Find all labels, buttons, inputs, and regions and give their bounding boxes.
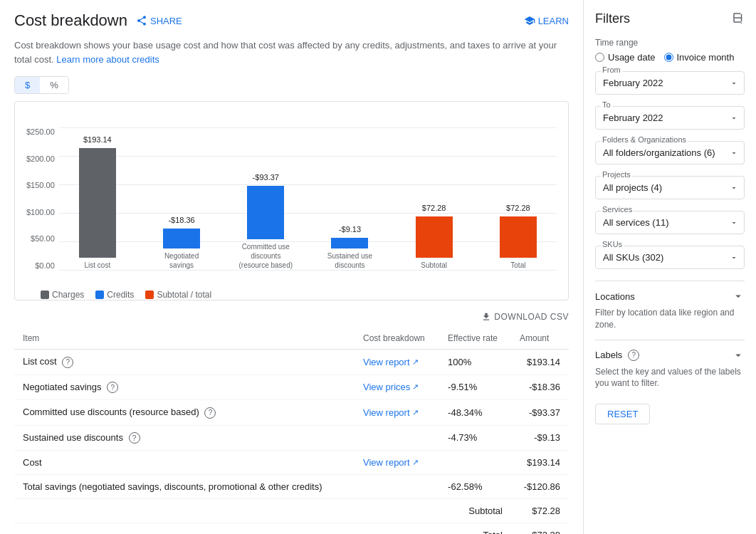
locations-header[interactable]: Locations xyxy=(595,290,745,303)
toggle-group: $ % xyxy=(14,76,69,94)
chevron-down-icon xyxy=(732,349,745,362)
table-row: List cost ? View report ↗ 100% $193.14 xyxy=(14,350,569,375)
cost-table: Item Cost breakdown Effective rate Amoun… xyxy=(14,328,569,534)
from-select[interactable]: February 2022 xyxy=(595,71,745,95)
bar-list-cost: $193.14 List cost xyxy=(59,148,136,270)
bar-committed: -$93.37 Committed use discounts (resourc… xyxy=(227,186,304,270)
external-link-icon: ↗ xyxy=(412,408,419,417)
view-report-link[interactable]: View report ↗ xyxy=(363,407,431,418)
collapse-sidebar-button[interactable] xyxy=(732,11,745,26)
filters-sidebar: Filters Time range Usage date Invoice mo… xyxy=(584,0,756,534)
labels-title-row: Labels ? xyxy=(595,350,639,361)
table-row: Cost View report ↗ $193.14 xyxy=(14,451,569,475)
share-button[interactable]: SHARE xyxy=(136,15,182,26)
services-select[interactable]: All services (11) xyxy=(595,211,745,234)
share-label: SHARE xyxy=(150,16,182,26)
learn-button[interactable]: LEARN xyxy=(524,15,569,26)
to-select[interactable]: February 2022 xyxy=(595,106,745,130)
percent-toggle[interactable]: % xyxy=(40,77,68,93)
projects-label: Projects xyxy=(601,170,632,179)
folders-label: Folders & Organizations xyxy=(601,135,688,144)
locations-desc: Filter by location data like region and … xyxy=(595,307,745,331)
bar-sustained: -$9.13 Sustained use discounts xyxy=(311,238,388,270)
time-range-radio-group: Usage date Invoice month xyxy=(595,52,745,63)
col-item: Item xyxy=(14,328,355,350)
subtotal-amount: $72.28 xyxy=(511,499,569,523)
table-row: Sustained use discounts ? -4.73% -$9.13 xyxy=(14,425,569,451)
view-prices-link[interactable]: View prices ↗ xyxy=(363,382,431,392)
reset-button[interactable]: RESET xyxy=(595,404,650,424)
bar-total: $72.28 Total xyxy=(480,216,557,270)
sidebar-header: Filters xyxy=(595,11,745,26)
main-content: Cost breakdown SHARE LEARN Cost breakdow… xyxy=(0,0,584,534)
legend-subtotal: Subtotal / total xyxy=(145,290,211,300)
labels-section: Labels ? Select the key and values of th… xyxy=(595,340,745,390)
labels-help-icon[interactable]: ? xyxy=(628,350,639,361)
labels-header[interactable]: Labels ? xyxy=(595,349,745,362)
time-range-label: Time range xyxy=(595,38,745,48)
col-amount: Amount xyxy=(511,328,569,350)
external-link-icon: ↗ xyxy=(412,458,419,467)
services-label: Services xyxy=(601,205,634,214)
description: Cost breakdown shows your base usage cos… xyxy=(14,38,569,66)
header: Cost breakdown SHARE LEARN xyxy=(14,11,569,30)
chart-inner: $193.14 List cost -$18.36 Negotiated sav… xyxy=(59,113,557,284)
view-report-link[interactable]: View report ↗ xyxy=(363,357,431,367)
invoice-month-radio[interactable]: Invoice month xyxy=(664,52,735,63)
dollar-toggle[interactable]: $ xyxy=(15,77,40,93)
external-link-icon: ↗ xyxy=(412,357,419,367)
download-icon xyxy=(481,312,491,322)
table-header-row: Item Cost breakdown Effective rate Amoun… xyxy=(14,328,569,350)
to-wrapper: To February 2022 xyxy=(595,106,745,130)
external-link-icon: ↗ xyxy=(412,382,419,392)
from-label: From xyxy=(601,66,622,74)
page-title: Cost breakdown xyxy=(14,11,127,30)
locations-section: Locations Filter by location data like r… xyxy=(595,281,745,331)
to-label: To xyxy=(601,100,612,109)
bar-negotiated: -$18.36 Negotiated savings xyxy=(143,229,220,270)
download-csv-button[interactable]: DOWNLOAD CSV xyxy=(481,312,569,322)
view-report-link[interactable]: View report ↗ xyxy=(363,457,431,468)
chevron-down-icon xyxy=(732,290,745,303)
header-left: Cost breakdown SHARE xyxy=(14,11,182,30)
total-amount: $72.28 xyxy=(511,523,569,535)
collapse-icon xyxy=(732,11,745,24)
labels-title: Labels xyxy=(595,350,622,360)
help-icon[interactable]: ? xyxy=(204,407,216,419)
time-range-section: Time range Usage date Invoice month From… xyxy=(595,38,745,130)
folders-wrapper: Folders & Organizations All folders/orga… xyxy=(595,141,745,164)
skus-wrapper: SKUs All SKUs (302) xyxy=(595,246,745,269)
table-row: Total savings (negotiated savings, disco… xyxy=(14,475,569,499)
total-label: Total xyxy=(439,523,511,535)
legend-credits: Credits xyxy=(95,290,134,300)
projects-select[interactable]: All projects (4) xyxy=(595,176,745,199)
projects-wrapper: Projects All projects (4) xyxy=(595,176,745,199)
table-row: Committed use discounts (resource based)… xyxy=(14,400,569,426)
col-breakdown: Cost breakdown xyxy=(355,328,439,350)
help-icon[interactable]: ? xyxy=(62,357,73,368)
chart-container: $250.00 $200.00 $150.00 $100.00 $50.00 $… xyxy=(14,101,569,300)
table-row: Negotiated savings ? View prices ↗ -9.51… xyxy=(14,375,569,400)
help-icon[interactable]: ? xyxy=(107,382,118,393)
learn-icon xyxy=(524,15,535,26)
bar-subtotal: $72.28 Subtotal xyxy=(396,216,473,270)
legend-charges: Charges xyxy=(41,290,84,300)
share-icon xyxy=(136,15,147,26)
usage-date-radio[interactable]: Usage date xyxy=(595,52,656,63)
chart-area: $250.00 $200.00 $150.00 $100.00 $50.00 $… xyxy=(26,113,557,284)
total-row: Total $72.28 xyxy=(14,523,569,535)
filters-title: Filters xyxy=(595,11,630,26)
labels-desc: Select the key and values of the labels … xyxy=(595,366,745,390)
credits-link[interactable]: Learn more about credits xyxy=(56,54,159,65)
subtotal-row: Subtotal $72.28 xyxy=(14,499,569,523)
help-icon[interactable]: ? xyxy=(129,432,140,444)
locations-title: Locations xyxy=(595,291,635,302)
chart-legend: Charges Credits Subtotal / total xyxy=(26,290,557,300)
skus-select[interactable]: All SKUs (302) xyxy=(595,246,745,269)
services-wrapper: Services All services (11) xyxy=(595,211,745,234)
from-wrapper: From February 2022 xyxy=(595,71,745,95)
learn-label: LEARN xyxy=(538,16,569,26)
folders-select[interactable]: All folders/organizations (6) xyxy=(595,141,745,164)
bars-row: $193.14 List cost -$18.36 Negotiated sav… xyxy=(59,113,557,270)
col-rate: Effective rate xyxy=(439,328,511,350)
